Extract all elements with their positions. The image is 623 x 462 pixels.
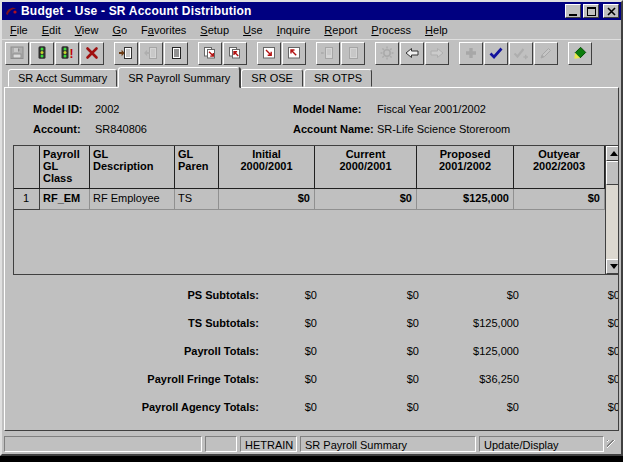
update-display-all-icon <box>513 45 529 61</box>
add-button <box>459 42 483 65</box>
totals-value: $36,250 <box>419 373 519 385</box>
totals-value: $0 <box>317 317 419 329</box>
payroll-grid: Payroll GL ClassGL DescriptionGL ParenIn… <box>13 145 619 275</box>
grid-cell[interactable]: $0 <box>219 189 315 210</box>
menu-inquire[interactable]: Inquire <box>270 22 318 38</box>
save-button <box>5 42 29 65</box>
highlighter-button[interactable] <box>568 42 592 65</box>
totals-value: $0 <box>519 317 619 329</box>
correction-icon <box>538 45 554 61</box>
next-page-icon <box>320 45 336 61</box>
fields-row-1: Model ID: 2002 Model Name: Fiscal Year 2… <box>11 99 618 119</box>
prev-page-set-button[interactable] <box>223 42 247 65</box>
tab-sr-ose[interactable]: SR OSE <box>241 69 303 87</box>
back-arrow-button[interactable] <box>400 42 424 65</box>
tab-sr-payroll-summary[interactable]: SR Payroll Summary <box>118 67 240 88</box>
grid-row: 1RF_EMRF EmployeeTS$0$0$125,000$0 <box>14 189 605 210</box>
toolbar: ! <box>2 39 621 66</box>
toolbar-group-1: ! <box>5 42 105 65</box>
account-value[interactable]: SR840806 <box>95 123 293 135</box>
grid-cell[interactable]: $0 <box>514 189 605 210</box>
scroll-down-icon <box>610 264 618 273</box>
grid-cell[interactable]: $0 <box>315 189 417 210</box>
window-title: Budget - Use - SR Account Distribution <box>21 4 563 18</box>
process-gear-icon <box>379 45 395 61</box>
delete-row-button <box>139 42 163 65</box>
menu-help[interactable]: Help <box>418 22 455 38</box>
svg-text:!: ! <box>70 47 74 61</box>
tab-bar: SR Acct SummarySR Payroll SummarySR OSES… <box>2 66 621 87</box>
insert-row-button[interactable] <box>114 42 138 65</box>
next-page-set-button[interactable] <box>198 42 222 65</box>
traffic-light-alert-button[interactable]: ! <box>55 42 79 65</box>
menu-view[interactable]: View <box>68 22 106 38</box>
totals-label: Payroll Fringe Totals: <box>13 373 259 385</box>
prev-panel-box-button[interactable] <box>282 42 306 65</box>
totals-row-payroll-fringe-totals: Payroll Fringe Totals:$0$0$36,250$0 <box>13 365 619 393</box>
totals-value: $0 <box>419 289 519 301</box>
row-list-button[interactable] <box>164 42 188 65</box>
tab-page-sr-payroll-summary: Model ID: 2002 Model Name: Fiscal Year 2… <box>4 87 619 431</box>
grid-body: 1RF_EMRF EmployeeTS$0$0$125,000$0 <box>14 189 605 210</box>
menu-use[interactable]: Use <box>236 22 270 38</box>
menu-favorites[interactable]: Favorites <box>134 22 193 38</box>
scroll-thumb[interactable] <box>606 161 619 185</box>
close-icon <box>607 7 616 16</box>
model-name-value: Fiscal Year 2001/2002 <box>377 103 618 115</box>
column-header-5: Current 2000/2001 <box>315 146 417 189</box>
menu-report[interactable]: Report <box>317 22 364 38</box>
resize-grip[interactable] <box>607 440 619 452</box>
scroll-down-button[interactable] <box>606 259 619 274</box>
menu-edit[interactable]: Edit <box>35 22 68 38</box>
menu-setup[interactable]: Setup <box>193 22 236 38</box>
totals-value: $0 <box>317 345 419 357</box>
grid-header: Payroll GL ClassGL DescriptionGL ParenIn… <box>14 146 605 189</box>
account-name-label: Account Name: <box>293 123 377 135</box>
delete-row-icon <box>143 45 159 61</box>
back-arrow-icon <box>404 45 420 61</box>
status-field <box>205 436 237 452</box>
menu-go[interactable]: Go <box>105 22 134 38</box>
grid-cell[interactable]: RF Employee <box>90 189 175 210</box>
highlighter-icon <box>572 45 588 61</box>
minimize-button[interactable] <box>565 4 581 18</box>
totals-value: $0 <box>259 289 317 301</box>
tab-sr-acct-summary[interactable]: SR Acct Summary <box>8 69 117 87</box>
column-header-4: Initial 2000/2001 <box>219 146 315 189</box>
toolbar-group-3 <box>198 42 248 65</box>
app-icon <box>4 4 18 18</box>
tab-sr-otps[interactable]: SR OTPS <box>304 69 372 87</box>
menu-file[interactable]: File <box>3 22 35 38</box>
scroll-up-button[interactable] <box>606 146 619 161</box>
totals-value: $0 <box>317 401 419 413</box>
menu-process[interactable]: Process <box>364 22 418 38</box>
totals-value: $0 <box>259 401 317 413</box>
grid-cell[interactable]: TS <box>175 189 219 210</box>
totals-section: PS Subtotals:$0$0$0$0TS Subtotals:$0$0$1… <box>13 281 619 421</box>
update-display-icon <box>488 45 504 61</box>
traffic-light-button[interactable] <box>30 42 54 65</box>
row-selector[interactable]: 1 <box>14 189 40 210</box>
scroll-up-icon <box>610 147 618 156</box>
update-display-all-button <box>509 42 533 65</box>
maximize-button[interactable] <box>583 4 599 18</box>
grid-vertical-scrollbar[interactable] <box>605 146 619 274</box>
update-display-button[interactable] <box>484 42 508 65</box>
row-selector-header <box>14 146 40 189</box>
model-id-value[interactable]: 2002 <box>95 103 293 115</box>
cancel-x-button[interactable] <box>80 42 104 65</box>
close-button[interactable] <box>603 4 619 18</box>
grid-cell[interactable]: RF_EM <box>40 189 90 210</box>
totals-value: $125,000 <box>419 317 519 329</box>
totals-value: $0 <box>259 345 317 357</box>
forward-arrow-button <box>425 42 449 65</box>
minimize-icon <box>569 14 577 16</box>
toolbar-group-4 <box>257 42 307 65</box>
toolbar-group-8 <box>568 42 593 65</box>
totals-row-payroll-totals: Payroll Totals:$0$0$125,000$0 <box>13 337 619 365</box>
prev-panel-box-icon <box>286 45 302 61</box>
next-panel-box-button[interactable] <box>257 42 281 65</box>
account-label: Account: <box>33 123 95 135</box>
grid-cell[interactable]: $125,000 <box>417 189 514 210</box>
totals-value: $0 <box>519 345 619 357</box>
